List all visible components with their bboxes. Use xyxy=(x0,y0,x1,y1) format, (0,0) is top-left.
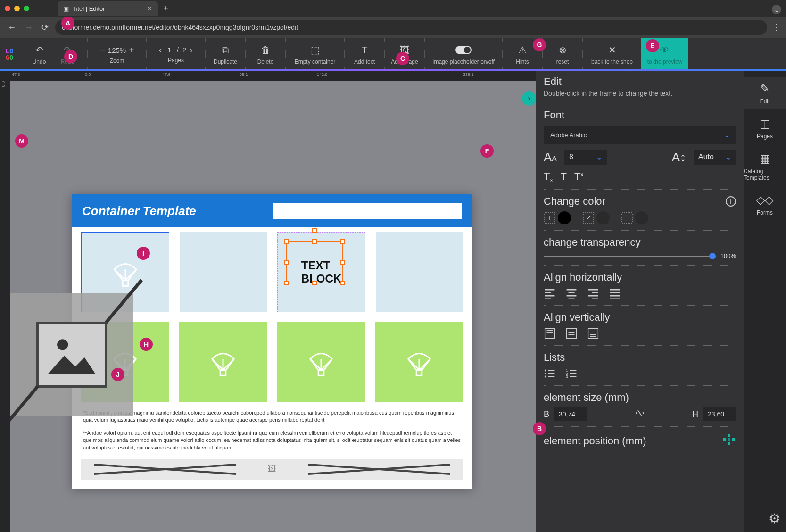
empty-container-button[interactable]: ⬚ Empty container xyxy=(291,38,339,71)
doc-title[interactable]: Container Template xyxy=(82,204,196,218)
side-tabs: ✎ Edit ◫ Pages ▦ Catalog Templates ◇◇ Fo… xyxy=(744,71,786,532)
annotation-h: H xyxy=(140,338,153,351)
align-right-button[interactable] xyxy=(587,287,599,299)
container-cell[interactable] xyxy=(180,232,267,312)
back-button[interactable]: ← xyxy=(6,21,18,34)
svg-point-15 xyxy=(545,370,546,372)
footer-placeholder-left[interactable] xyxy=(91,464,240,475)
position-title: element position (mm) xyxy=(544,435,646,447)
parachute-icon xyxy=(305,345,338,378)
undo-button[interactable]: ↶ Undo xyxy=(25,38,53,71)
browser-tab[interactable]: ▣ Titel | Editor ✕ xyxy=(58,1,158,16)
next-page-button[interactable]: › xyxy=(190,45,193,55)
duplicate-icon: ⧉ xyxy=(222,43,229,57)
duplicate-button[interactable]: ⧉ Duplicate xyxy=(211,38,240,71)
svg-rect-12 xyxy=(545,329,555,339)
color-section-title: Change color xyxy=(544,195,605,208)
text-color-swatch[interactable]: T xyxy=(544,211,571,224)
chevron-down-icon[interactable]: ⌄ xyxy=(772,5,781,14)
bullet-list-button[interactable] xyxy=(544,367,556,380)
font-size-icon: AA xyxy=(544,150,557,165)
page-total: 2 xyxy=(182,46,186,54)
size-title: element size (mm) xyxy=(544,391,736,404)
align-middle-button[interactable] xyxy=(565,327,578,340)
annotation-i: I xyxy=(137,247,150,260)
superscript-icon[interactable]: Tx xyxy=(574,171,583,183)
placeholder-toggle[interactable]: Image placeholder on/off xyxy=(430,38,496,71)
border-color-swatch[interactable] xyxy=(621,211,648,224)
transparency-value: 100% xyxy=(720,252,736,259)
tab-favicon: ▣ xyxy=(63,5,69,12)
floating-image-drag[interactable] xyxy=(10,293,133,416)
maximize-window-button[interactable] xyxy=(24,6,29,11)
zoom-out-button[interactable]: − xyxy=(99,45,105,56)
annotation-b: B xyxy=(533,422,546,435)
lorem-text-2[interactable]: **Andae volori optam, aut ent eaqui odi … xyxy=(72,427,472,454)
back-shop-button[interactable]: ✕ back to the shop xyxy=(588,38,636,71)
height-label: H xyxy=(692,409,698,419)
align-justify-button[interactable] xyxy=(609,287,621,299)
footer-image-icon[interactable]: 🖼 xyxy=(268,464,276,474)
align-v-title: Align vertically xyxy=(544,311,736,324)
page-sep: / xyxy=(177,46,179,54)
font-family-select[interactable]: Adobe Arabic ⌄ xyxy=(544,126,736,144)
container-cell[interactable] xyxy=(376,232,463,312)
browser-menu-icon[interactable]: ⋮ xyxy=(772,22,780,33)
tab-catalog[interactable]: ▦ Catalog Templates xyxy=(744,147,786,186)
height-input[interactable]: 23,60 xyxy=(703,407,736,421)
line-height-select[interactable]: Auto⌄ xyxy=(694,150,736,165)
settings-icon[interactable]: ⚙ xyxy=(769,511,780,526)
align-h-title: Align horizontally xyxy=(544,271,736,283)
horizontal-ruler: -47.6 0.0 47.6 95.1 142.9 238.1 xyxy=(10,71,536,81)
numbered-list-button[interactable]: 123 xyxy=(565,367,578,380)
align-bottom-button[interactable] xyxy=(587,327,599,340)
svg-rect-22 xyxy=(728,442,730,445)
close-tab-icon[interactable]: ✕ xyxy=(147,5,152,12)
delete-button[interactable]: 🗑 Delete xyxy=(251,38,280,71)
tab-title: Titel | Editor xyxy=(73,5,105,12)
canvas-workspace[interactable]: Container Template xyxy=(10,81,536,532)
minimize-window-button[interactable] xyxy=(14,6,20,11)
align-left-button[interactable] xyxy=(544,287,556,299)
move-icon[interactable] xyxy=(722,432,736,449)
normal-text-icon[interactable]: T xyxy=(560,171,566,183)
svg-point-16 xyxy=(545,373,546,374)
align-center-button[interactable] xyxy=(565,287,578,299)
info-icon[interactable]: i xyxy=(726,196,736,207)
forward-button[interactable]: → xyxy=(23,21,35,34)
transparency-slider[interactable] xyxy=(544,256,716,257)
container-cell[interactable] xyxy=(375,322,463,402)
tab-forms[interactable]: ◇◇ Forms xyxy=(744,189,786,221)
reset-icon: ⊗ xyxy=(559,43,567,57)
link-size-icon[interactable] xyxy=(592,407,687,421)
lists-title: Lists xyxy=(544,351,736,364)
canvas-area[interactable]: -47.6 0.0 47.6 95.1 142.9 238.1 › Contai… xyxy=(10,71,536,532)
reload-button[interactable]: ⟳ xyxy=(40,20,50,34)
close-window-button[interactable] xyxy=(5,6,10,11)
url-bar[interactable]: okuformer.demo.printformer.net/editor/ob… xyxy=(55,20,767,35)
new-tab-button[interactable]: + xyxy=(164,4,169,14)
app-logo[interactable]: LO GO xyxy=(0,38,19,71)
titlebar: ▣ Titel | Editor ✕ + xyxy=(0,0,786,17)
page-current[interactable]: 1 xyxy=(165,46,173,54)
browser-chrome: ⌄ ▣ Titel | Editor ✕ + ← → ⟳ okuformer.d… xyxy=(0,0,786,38)
tab-pages[interactable]: ◫ Pages xyxy=(744,112,786,144)
container-cell[interactable] xyxy=(277,322,365,402)
zoom-in-button[interactable]: + xyxy=(129,45,134,56)
align-top-button[interactable] xyxy=(544,327,556,340)
fill-color-swatch[interactable] xyxy=(582,211,610,224)
subscript-icon[interactable]: Tx xyxy=(544,170,553,183)
collapse-panel-button[interactable]: › xyxy=(522,91,536,106)
footer-placeholder-right[interactable] xyxy=(305,464,454,475)
doc-search-box[interactable] xyxy=(273,203,462,219)
container-cell[interactable] xyxy=(179,322,267,402)
font-size-select[interactable]: 8⌄ xyxy=(564,150,607,165)
reset-button[interactable]: ⊗ reset xyxy=(548,38,577,71)
prev-page-button[interactable]: ‹ xyxy=(159,45,162,55)
add-text-button[interactable]: T Add text xyxy=(350,38,379,71)
text-block-cell[interactable]: TEXT BLOCK xyxy=(277,232,365,312)
width-input[interactable]: 30,74 xyxy=(554,407,587,421)
hints-button[interactable]: ⚠ Hints xyxy=(508,38,537,71)
tab-edit[interactable]: ✎ Edit xyxy=(744,77,786,109)
eye-icon: 👁 xyxy=(660,43,670,57)
